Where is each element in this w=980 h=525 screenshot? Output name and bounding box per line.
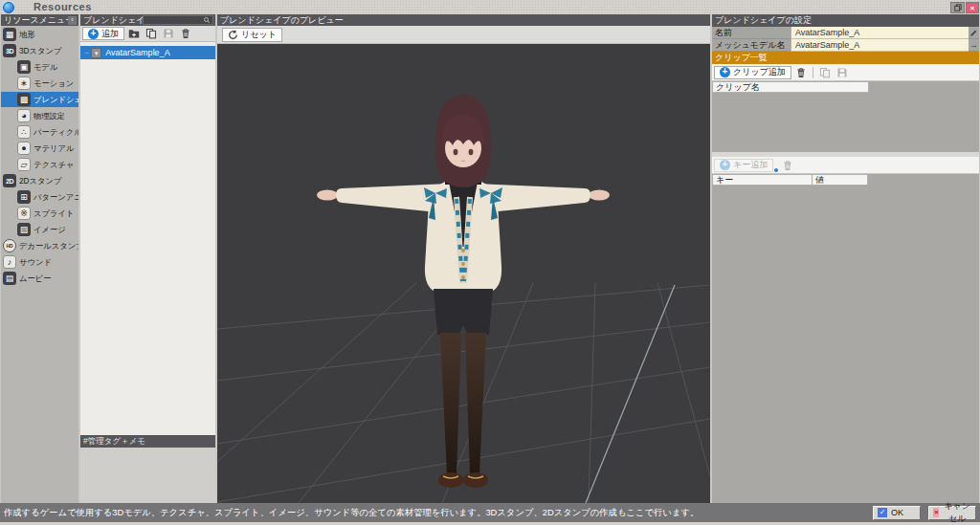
- sidebar-item-label: パターンアニメ: [33, 191, 78, 203]
- plus-circle-icon: +: [720, 160, 730, 170]
- sidebar-item-image[interactable]: ▨イメージ: [1, 222, 78, 237]
- search-box[interactable]: [143, 15, 213, 25]
- sidebar-item-label: デカールスタンプ: [19, 240, 78, 252]
- grid-axis-line: [586, 285, 675, 503]
- reset-button[interactable]: リセット: [222, 28, 282, 42]
- sidebar-item-label: マテリアル: [33, 142, 74, 154]
- list-item-label: AvatarSample_A: [105, 48, 169, 57]
- ok-button[interactable]: ✓ OK: [873, 506, 921, 520]
- toolbar-separator: [813, 67, 813, 78]
- list-toolbar: + 追加: [80, 26, 215, 42]
- list-item-avatarsample-a[interactable]: − ▾ AvatarSample_A: [80, 46, 215, 59]
- add-button[interactable]: + 追加: [82, 27, 124, 40]
- sidebar-item-label: 物理設定: [33, 110, 65, 121]
- add-clip-button[interactable]: + クリップ追加: [714, 66, 791, 79]
- clip-name-column-header[interactable]: クリップ名: [712, 81, 869, 93]
- name-field-label: 名前: [712, 27, 791, 39]
- memo-area[interactable]: [80, 448, 215, 503]
- main-region: リソースメニュー ‹ ▦地形3D3Dスタンプ▣モデル∗モーション▩ブレンドシェイ…: [0, 14, 980, 503]
- blend-shape-preview-panel: ブレンドシェイプのプレビュー リセット: [217, 14, 710, 503]
- close-button[interactable]: ×: [966, 2, 979, 13]
- blend-shape-list: − ▾ AvatarSample_A: [80, 42, 215, 435]
- drag-indicator-dot: [774, 168, 778, 172]
- list-panel-header: ブレンドシェイプ: [80, 14, 215, 26]
- sidebar-item-physics[interactable]: ◕物理設定: [1, 108, 78, 123]
- chevron-down-icon[interactable]: ▾: [91, 48, 101, 58]
- sidebar-item-label: 2Dスタンプ: [19, 175, 61, 186]
- sidebar-item-sprite[interactable]: ※スプライト: [1, 206, 78, 221]
- duplicate-clip-button[interactable]: [817, 66, 833, 79]
- preview-toolbar: リセット: [217, 26, 710, 44]
- sidebar-item-terrain[interactable]: ▦地形: [1, 27, 78, 42]
- sidebar-item-label: イメージ: [33, 224, 66, 235]
- sidebar-item-texture[interactable]: ▱テクスチャ: [1, 157, 78, 172]
- save-clip-button[interactable]: [835, 66, 850, 79]
- reset-icon: [228, 30, 238, 40]
- image-icon: ▨: [17, 223, 31, 236]
- key-column-header[interactable]: キー: [712, 174, 813, 186]
- new-folder-button[interactable]: [126, 27, 142, 40]
- delete-button[interactable]: [178, 27, 193, 40]
- motion-icon: ∗: [17, 77, 31, 90]
- sidebar-item-pattern-anime[interactable]: ⊞パターンアニメ: [1, 189, 78, 205]
- sidebar-item-label: スプライト: [33, 208, 74, 219]
- sidebar-item-sound[interactable]: ♪サウンド: [1, 254, 78, 270]
- arrow-right-icon[interactable]: →: [969, 39, 979, 52]
- 2d-stamp-icon: 2D: [3, 174, 16, 187]
- resource-menu-sidebar: リソースメニュー ‹ ▦地形3D3Dスタンプ▣モデル∗モーション▩ブレンドシェイ…: [1, 14, 78, 503]
- viewport-3d[interactable]: [217, 44, 710, 503]
- sidebar-item-label: ムービー: [19, 273, 52, 284]
- plus-circle-icon: +: [88, 29, 99, 39]
- name-field-value[interactable]: AvatarSample_A: [791, 27, 969, 39]
- sound-icon: ♪: [3, 255, 16, 269]
- avatar-model: [317, 95, 610, 488]
- sidebar-item-label: ブレンドシェイプ: [33, 94, 78, 105]
- sidebar-item-movie[interactable]: ▤ムービー: [1, 271, 78, 286]
- sidebar-collapse-button[interactable]: ‹: [68, 16, 77, 25]
- sidebar-item-material[interactable]: ●マテリアル: [1, 141, 78, 156]
- delete-key-button[interactable]: [780, 159, 795, 172]
- sidebar-item-label: モデル: [33, 61, 57, 73]
- sidebar-item-particle[interactable]: ∴パーティクル: [1, 124, 78, 140]
- decal-stamp-icon: HD: [3, 239, 16, 252]
- sidebar-item-motion[interactable]: ∗モーション: [1, 76, 78, 91]
- delete-clip-button[interactable]: [793, 66, 809, 79]
- sidebar-item-model[interactable]: ▣モデル: [1, 59, 78, 75]
- sidebar-item-3d-stamp[interactable]: 3D3Dスタンプ: [1, 43, 78, 58]
- maximize-icon: [954, 4, 962, 11]
- cancel-button[interactable]: × キャンセル: [928, 506, 976, 520]
- maximize-button[interactable]: [950, 2, 965, 13]
- sidebar-item-decal-stamp[interactable]: HDデカールスタンプ: [1, 238, 78, 253]
- title-bar[interactable]: Resources ×: [0, 0, 980, 14]
- tree-expander[interactable]: −: [84, 48, 89, 57]
- save-icon: [163, 28, 174, 39]
- clip-toolbar: + クリップ追加: [712, 64, 979, 81]
- folder-plus-icon: [128, 28, 140, 39]
- terrain-icon: ▦: [3, 28, 16, 41]
- save-button[interactable]: [161, 27, 176, 40]
- copy-icon: [145, 28, 157, 39]
- mesh-model-value[interactable]: AvatarSample_A: [791, 39, 969, 52]
- movie-icon: ▤: [3, 272, 16, 285]
- pencil-icon[interactable]: [969, 27, 979, 39]
- sidebar-item-blend-shape[interactable]: ▩ブレンドシェイプ: [1, 92, 78, 107]
- status-bar: 作成するゲームで使用する3Dモデル、テクスチャ、スプライト、イメージ、サウンド等…: [0, 503, 980, 522]
- add-key-button[interactable]: + キー追加: [714, 159, 773, 172]
- value-column-header[interactable]: 値: [813, 174, 868, 186]
- duplicate-button[interactable]: [144, 27, 159, 40]
- check-icon: ✓: [878, 508, 887, 517]
- search-input[interactable]: [144, 16, 203, 24]
- particle-icon: ∴: [17, 125, 31, 139]
- sidebar-item-label: 3Dスタンプ: [19, 45, 61, 56]
- key-toolbar: + キー追加: [712, 157, 979, 174]
- app-icon: [2, 1, 14, 13]
- sidebar-item-2d-stamp[interactable]: 2D2Dスタンプ: [1, 173, 78, 188]
- blend-shape-icon: ▩: [17, 93, 31, 106]
- resources-window: Resources × リソースメニュー ‹ ▦地形3D3Dスタンプ▣モデル∗モ…: [0, 0, 980, 525]
- trash-icon: [782, 160, 793, 171]
- name-field-row: 名前 AvatarSample_A: [712, 27, 979, 39]
- close-icon: ×: [970, 4, 975, 12]
- material-icon: ●: [17, 142, 31, 155]
- save-icon: [836, 67, 848, 78]
- sidebar-item-label: モーション: [33, 77, 74, 89]
